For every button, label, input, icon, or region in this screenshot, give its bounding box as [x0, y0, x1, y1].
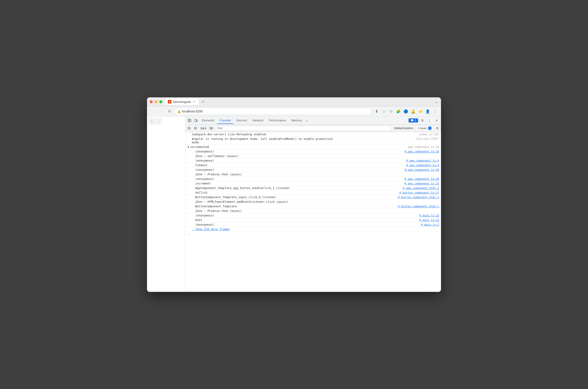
- eye-icon[interactable]: [208, 126, 214, 131]
- reload-button[interactable]: ↻: [166, 108, 173, 115]
- new-tab-button[interactable]: +: [200, 99, 206, 105]
- console-log-text: onClick: [192, 191, 395, 194]
- console-stack-line: (anonymous) @ app.component.ts:4: [185, 158, 441, 163]
- more-options-icon[interactable]: ⋮: [432, 108, 438, 115]
- default-levels-dropdown[interactable]: Default levels ▾: [392, 126, 415, 130]
- minimize-window-button[interactable]: [155, 100, 158, 103]
- svg-point-10: [211, 128, 212, 129]
- console-log-source-link[interactable]: @ app.component.ts:16: [400, 177, 439, 181]
- browser-window: A DemoAngular ✕ + ⌄ ← → ↻ 🔒 localhost:42…: [147, 97, 441, 292]
- console-log-source[interactable]: core.mjs:25627: [412, 137, 439, 140]
- window-chevron[interactable]: ⌄: [435, 99, 438, 104]
- inspect-element-icon[interactable]: [186, 117, 193, 124]
- console-group-header: ▼ incremented app.component.ts:18: [185, 145, 441, 149]
- console-log-source[interactable]: app.component.ts:18: [403, 145, 439, 149]
- collapse-arrow-icon[interactable]: ▼: [188, 146, 189, 148]
- devtools-more-options-icon[interactable]: ⋮: [426, 117, 433, 124]
- avatar-icon[interactable]: 👤: [425, 108, 431, 115]
- console-log-source-link[interactable]: @ app.component.ts:4: [402, 159, 439, 162]
- forward-button[interactable]: →: [158, 108, 164, 115]
- puzzle-icon[interactable]: ⭐: [417, 108, 424, 115]
- prohibit-icon[interactable]: [193, 126, 198, 131]
- devtools-tab-right-controls: 💬 1 ⚙ ⋮ ✕: [409, 117, 440, 124]
- extensions-icon[interactable]: 🧩: [395, 108, 402, 115]
- console-stack-line: 4431 @ main.ts:13: [185, 218, 441, 222]
- console-log-text: timeout: [192, 163, 402, 167]
- console-log-text: Zone – HTMLInputElement.addEventListener…: [192, 200, 439, 203]
- device-toggle-icon[interactable]: [193, 117, 199, 124]
- console-stack-line: (anonymous) @ app.component.ts:16: [185, 167, 441, 172]
- console-log-source-link[interactable]: @ main.ts:13: [415, 219, 439, 222]
- more-tabs-button[interactable]: »: [305, 119, 308, 122]
- console-log-source-link[interactable]: @ button.component.html:1: [393, 205, 439, 208]
- console-log-source-link[interactable]: @ main.js:2: [417, 223, 439, 226]
- console-log-text: (anonymous): [192, 214, 415, 217]
- zoom-in-button[interactable]: +: [149, 118, 155, 124]
- console-log-source-link[interactable]: @ button.component.html:1: [393, 196, 439, 199]
- console-log-source-link[interactable]: @ app.component.html:2: [398, 187, 439, 190]
- devtools-settings-icon[interactable]: ⚙: [419, 117, 425, 124]
- context-dropdown[interactable]: top ▾: [199, 126, 208, 130]
- tab-console[interactable]: Console: [217, 117, 233, 124]
- bookmark-star-icon[interactable]: ☆: [381, 108, 387, 115]
- tab-performance[interactable]: Performance: [266, 117, 289, 124]
- tab-bar: A DemoAngular ✕ +: [165, 98, 435, 105]
- maximize-window-button[interactable]: [159, 100, 162, 103]
- main-content: + −: [147, 117, 441, 292]
- share-icon[interactable]: ⬆: [373, 108, 380, 115]
- show-more-frames-link[interactable]: Show 234 more frames: [192, 227, 439, 231]
- zoom-out-button[interactable]: −: [156, 118, 162, 124]
- console-log-text: Zone – setTimeout (async): [192, 154, 439, 158]
- url-text: localhost:4200: [182, 109, 202, 113]
- page-area: + −: [147, 117, 185, 292]
- console-settings-icon[interactable]: ⚙: [435, 126, 440, 131]
- browser-tab-active[interactable]: A DemoAngular ✕: [165, 98, 199, 105]
- console-log-text: Zone – Promise.then (async): [192, 173, 439, 176]
- back-button[interactable]: ←: [150, 108, 156, 115]
- face-icon[interactable]: ☺: [388, 108, 394, 115]
- console-messages-badge[interactable]: 💬 1: [409, 118, 418, 123]
- tab-elements[interactable]: Elements: [199, 117, 217, 124]
- console-prompt[interactable]: ›: [185, 231, 441, 237]
- console-log-source-link[interactable]: @ button.component.ts:17: [395, 191, 439, 194]
- tab-sources[interactable]: Sources: [233, 117, 250, 124]
- console-log-text: (anonymous): [192, 150, 400, 153]
- address-bar: ← → ↻ 🔒 localhost:4200 ⬆ ☆ ☺ 🧩 🔵 🔔 ⭐ 👤 ⋮: [147, 106, 441, 117]
- traffic-lights: [150, 100, 162, 103]
- bell-icon[interactable]: 🔔: [410, 108, 416, 115]
- issues-badge[interactable]: 1 Issue: 1: [415, 126, 434, 131]
- console-show-more-frames[interactable]: Show 234 more frames: [185, 227, 441, 231]
- close-window-button[interactable]: [150, 100, 153, 103]
- tab-close-button[interactable]: ✕: [193, 100, 196, 103]
- context-label: top: [200, 127, 204, 130]
- svg-line-6: [188, 128, 190, 129]
- filter-input[interactable]: [216, 126, 391, 130]
- console-log-source-link[interactable]: @ app.component.ts:4: [402, 164, 439, 167]
- svg-rect-3: [195, 119, 196, 122]
- tab-memory[interactable]: Memory: [289, 117, 305, 124]
- console-log-source-link[interactable]: @ main.ts:15: [415, 214, 439, 217]
- tab-favicon: A: [168, 100, 171, 103]
- console-log-text: increment: [192, 182, 400, 185]
- console-log-text: (anonymous): [192, 159, 402, 162]
- console-log-text: AppComponent_Template_app_button_handleC…: [192, 186, 398, 190]
- default-levels-arrow: ▾: [411, 127, 413, 130]
- console-log-line: Angular is running in development mode. …: [185, 137, 441, 145]
- devtools-close-button[interactable]: ✕: [434, 117, 440, 124]
- address-input[interactable]: 🔒 localhost:4200: [174, 108, 371, 115]
- console-log-source-link[interactable]: @ app.component.ts:15: [400, 182, 439, 185]
- console-log-source-link[interactable]: @ app.component.ts:16: [400, 168, 439, 171]
- issues-text: 1 Issue:: [418, 127, 427, 130]
- tab-network[interactable]: Network: [250, 117, 266, 124]
- console-log-source[interactable]: index.js:551: [415, 133, 439, 136]
- tab-title: DemoAngular: [173, 100, 191, 103]
- console-log-source-link[interactable]: @ app.component.ts:18: [400, 150, 439, 153]
- clear-console-icon[interactable]: [186, 126, 192, 131]
- console-log-text: 4431: [192, 218, 415, 222]
- console-async-line: Zone – Promise.then (async): [185, 209, 441, 213]
- browser-toolbar-icons: ⬆ ☆ ☺ 🧩 🔵 🔔 ⭐ 👤 ⋮: [373, 108, 438, 115]
- console-log-text: [webpack-dev-server] Live Reloading enab…: [192, 132, 415, 136]
- profile-icon[interactable]: 🔵: [403, 108, 409, 115]
- console-stack-line: (anonymous) @ app.component.ts:16: [185, 177, 441, 181]
- prompt-arrow-icon: ›: [188, 232, 190, 236]
